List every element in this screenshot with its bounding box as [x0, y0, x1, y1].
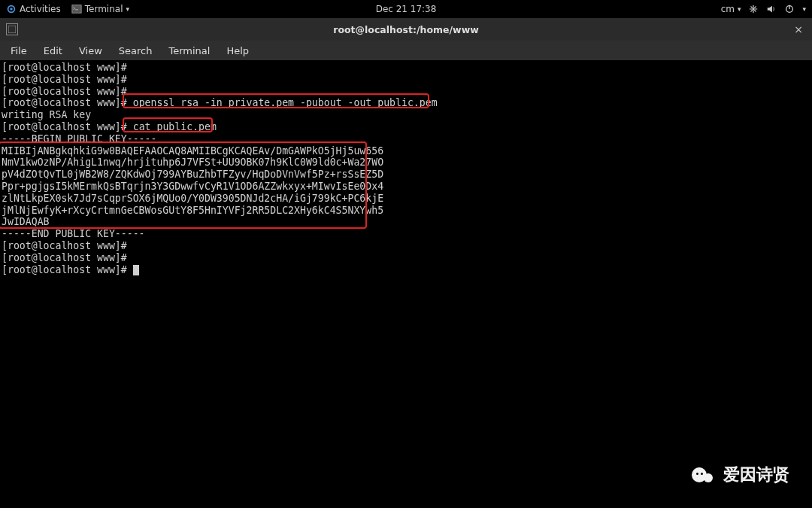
- command-text: openssl rsa -in private.pem -pubout -out…: [133, 97, 438, 108]
- terminal-icon: [71, 4, 82, 15]
- output-line: zlNtLkpEX0sk7Jd7sCqprSOX6jMQUo0/Y0DW3905…: [2, 193, 383, 204]
- chevron-down-icon: ▾: [126, 5, 129, 13]
- activities-label: Activities: [20, 4, 61, 14]
- volume-icon[interactable]: [766, 4, 777, 15]
- network-icon[interactable]: [748, 4, 759, 15]
- output-line: MIIBIjANBgkqhkiG9w0BAQEFAAOCAQ8AMIIBCgKC…: [2, 145, 383, 157]
- output-line: writing RSA key: [2, 109, 91, 120]
- output-line: JwIDAQAB: [2, 216, 50, 227]
- prompt-line: [root@localhost www]#: [2, 74, 127, 85]
- wechat-icon: [692, 464, 717, 485]
- output-line: NmV1kwOzNP/AhigL1nwq/hrjituhp6J7VFSt+UU9…: [2, 157, 383, 168]
- activities-button[interactable]: Activities: [6, 4, 61, 15]
- window-title-bar: root@localhost:/home/www ×: [0, 18, 812, 41]
- app-menu-label: Terminal: [85, 4, 123, 14]
- svg-point-1: [10, 8, 13, 11]
- prompt-line: [root@localhost www]#: [2, 264, 127, 275]
- watermark: 爱因诗贤: [692, 464, 789, 485]
- prompt-line: [root@localhost www]#: [2, 97, 127, 108]
- terminal-output[interactable]: [root@localhost www]# [root@localhost ww…: [0, 60, 812, 508]
- close-button[interactable]: ×: [791, 22, 806, 37]
- output-line: Ppr+pgjgsI5kMErmkQsBTqrjn3Y3GDwwfvCyR1V1…: [2, 181, 383, 192]
- chevron-down-icon[interactable]: ▾: [802, 5, 806, 13]
- clock[interactable]: Dec 21 17:38: [376, 4, 437, 14]
- svg-point-4: [753, 8, 755, 11]
- input-method-indicator[interactable]: cm ▾: [721, 4, 741, 14]
- window-icon: [6, 23, 18, 35]
- output-line: -----BEGIN PUBLIC KEY-----: [2, 133, 156, 144]
- svg-rect-7: [8, 26, 16, 33]
- svg-rect-2: [72, 5, 81, 14]
- datetime-text: Dec 21 17:38: [376, 4, 437, 14]
- menu-terminal[interactable]: Terminal: [161, 43, 217, 59]
- chevron-down-icon: ▾: [738, 5, 741, 13]
- prompt-line: [root@localhost www]#: [2, 62, 127, 73]
- activities-icon: [6, 4, 17, 15]
- power-icon[interactable]: [784, 4, 795, 15]
- input-method-label: cm: [721, 4, 735, 14]
- window-title: root@localhost:/home/www: [333, 24, 478, 35]
- cursor: [133, 265, 139, 275]
- top-panel: Activities Terminal ▾ Dec 21 17:38 cm ▾ …: [0, 0, 812, 18]
- prompt-line: [root@localhost www]#: [2, 252, 127, 263]
- close-icon: ×: [794, 23, 803, 35]
- prompt-line: [root@localhost www]#: [2, 86, 127, 97]
- output-line: pV4dZOtQvTL0jWB2W8/ZQKdwOj799AYBuZhbTFZy…: [2, 169, 383, 180]
- output-line: jMlNjEwfyK+rXcyCrtmnGeCBWosGUtY8F5HnIYVF…: [2, 205, 383, 216]
- menu-help[interactable]: Help: [219, 43, 256, 59]
- output-line: -----END PUBLIC KEY-----: [2, 228, 145, 239]
- prompt-line: [root@localhost www]#: [2, 240, 127, 251]
- app-menu-button[interactable]: Terminal ▾: [71, 4, 129, 15]
- menu-bar: File Edit View Search Terminal Help: [0, 41, 812, 60]
- menu-view[interactable]: View: [71, 43, 110, 59]
- menu-edit[interactable]: Edit: [36, 43, 70, 59]
- menu-file[interactable]: File: [3, 43, 35, 59]
- menu-search[interactable]: Search: [111, 43, 160, 59]
- command-text: cat public.pem: [133, 121, 217, 132]
- prompt-line: [root@localhost www]#: [2, 121, 127, 132]
